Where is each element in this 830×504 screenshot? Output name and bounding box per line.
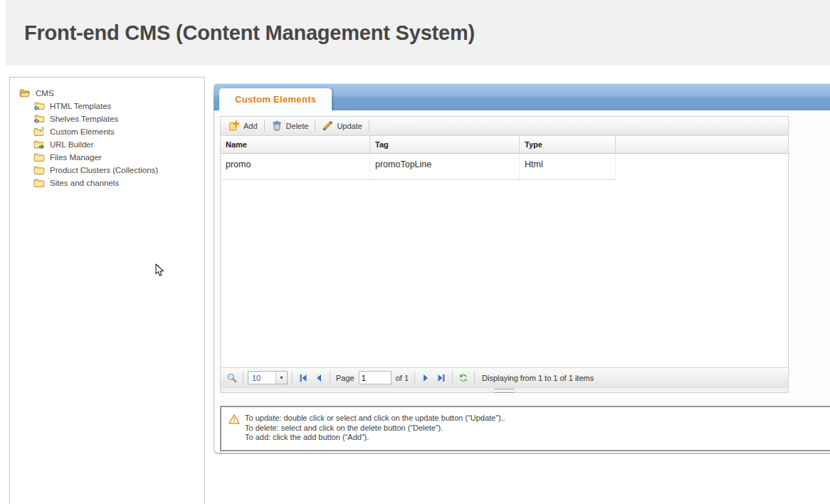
tree-item-label: Sites and channels xyxy=(50,179,119,187)
open-folder-icon xyxy=(19,88,31,99)
search-icon[interactable] xyxy=(224,370,240,386)
column-header-tag[interactable]: Tag xyxy=(370,136,520,153)
page-size-value: 10 xyxy=(248,374,275,382)
paging-toolbar: 10 ▼ Page of 1 xyxy=(221,367,788,387)
paging-separator xyxy=(243,372,243,384)
chevron-down-icon[interactable]: ▼ xyxy=(275,372,287,384)
tree-item-sites-and-channels[interactable]: Sites and channels xyxy=(33,177,204,189)
panel-body: Add Delete Update NameTagType promopromo… xyxy=(214,110,830,454)
help-text: To update: double click or select and cl… xyxy=(245,414,505,443)
paging-status: Displaying from 1 to 1 of 1 items xyxy=(482,374,594,382)
tree-item-label: HTML Templates xyxy=(50,102,111,110)
toolbar-separator xyxy=(369,120,369,132)
update-icon xyxy=(322,120,333,132)
tree-item-shelves-templates[interactable]: Shelves Templates xyxy=(33,112,204,125)
paging-separator xyxy=(452,372,453,384)
first-page-button[interactable] xyxy=(295,370,311,386)
resize-handle[interactable] xyxy=(495,389,515,393)
paging-separator xyxy=(330,372,330,384)
mouse-cursor-icon xyxy=(155,263,164,278)
templates-folder-icon xyxy=(33,100,45,112)
folder-icon xyxy=(33,177,45,189)
next-page-button[interactable] xyxy=(418,370,434,386)
help-line: To update: double click or select and cl… xyxy=(245,414,505,424)
delete-icon xyxy=(271,120,283,132)
table-cell: promoTopLine xyxy=(370,154,520,179)
panel-tab-strip: Custom Elements xyxy=(214,83,830,110)
tab-custom-elements[interactable]: Custom Elements xyxy=(219,88,332,110)
tree-item-label: CMS xyxy=(36,89,54,98)
folder-icon xyxy=(33,164,45,176)
add-button[interactable]: Add xyxy=(223,118,263,134)
warning-icon xyxy=(228,414,240,425)
paging-separator xyxy=(474,372,475,384)
grid-toolbar: Add Delete Update xyxy=(221,117,788,136)
help-line: To add: click the add button (“Add”). xyxy=(245,433,505,443)
tree-item-product-clusters-collections[interactable]: Product Clusters (Collections) xyxy=(33,164,204,177)
column-header-filler xyxy=(616,136,788,153)
column-header-name[interactable]: Name xyxy=(221,136,370,153)
app-root: Front-end CMS (Content Management System… xyxy=(0,0,830,504)
tree-item-label: Shelves Templates xyxy=(50,115,118,123)
custom-elements-grid: Add Delete Update NameTagType promopromo… xyxy=(220,116,789,393)
cms-tree-children: HTML Templates Shelves Templates Custom … xyxy=(33,100,204,189)
tree-item-custom-elements[interactable]: Custom Elements xyxy=(33,125,204,138)
table-row[interactable]: promopromoTopLineHtml xyxy=(221,154,616,180)
tab-label: Custom Elements xyxy=(235,94,316,105)
page-size-select[interactable]: 10 ▼ xyxy=(248,371,288,384)
page-count-label: of 1 xyxy=(396,374,409,382)
column-header-type[interactable]: Type xyxy=(520,136,616,153)
table-cell: promo xyxy=(221,154,370,179)
folder-icon xyxy=(33,152,45,163)
page-title: Front-end CMS (Content Management System… xyxy=(24,21,475,45)
url-folder-icon xyxy=(33,139,45,150)
cms-tree: CMS HTML Templates Shelves Templates Cus… xyxy=(10,78,204,189)
sidebar-panel: CMS HTML Templates Shelves Templates Cus… xyxy=(9,77,205,504)
toolbar-separator xyxy=(264,120,265,132)
grid-resize-strip xyxy=(221,387,788,392)
tree-item-label: Custom Elements xyxy=(50,127,115,136)
tree-item-html-templates[interactable]: HTML Templates xyxy=(33,100,204,112)
grid-header-row: NameTagType xyxy=(221,136,788,154)
page-label: Page xyxy=(336,374,354,382)
delete-button[interactable]: Delete xyxy=(266,118,315,134)
tree-item-files-manager[interactable]: Files Manager xyxy=(33,151,204,164)
edit-folder-icon xyxy=(33,126,45,137)
paging-separator xyxy=(414,372,415,384)
prev-page-button[interactable] xyxy=(311,370,327,386)
table-cell: Html xyxy=(520,154,616,179)
templates-folder-icon xyxy=(33,113,45,125)
tree-item-label: URL Builder xyxy=(50,140,94,149)
page-header: Front-end CMS (Content Management System… xyxy=(6,0,830,65)
tree-item-label: Files Manager xyxy=(50,153,102,162)
tree-item-label: Product Clusters (Collections) xyxy=(50,166,158,174)
refresh-button[interactable] xyxy=(456,370,471,386)
grid-body: promopromoTopLineHtml xyxy=(221,154,788,367)
help-infobox: To update: double click or select and cl… xyxy=(220,406,830,451)
page-number-input[interactable] xyxy=(359,371,392,384)
paging-separator xyxy=(292,372,293,384)
toolbar-separator xyxy=(315,120,315,132)
tree-item-cms[interactable]: CMS xyxy=(19,87,204,100)
tree-item-url-builder[interactable]: URL Builder xyxy=(33,138,204,151)
help-line: To delete: select and click on the delet… xyxy=(245,424,505,434)
custom-elements-panel: Custom Elements Add Delete Update NameTa… xyxy=(214,83,830,454)
update-button[interactable]: Update xyxy=(316,118,367,134)
last-page-button[interactable] xyxy=(434,370,449,386)
add-icon xyxy=(228,120,240,132)
